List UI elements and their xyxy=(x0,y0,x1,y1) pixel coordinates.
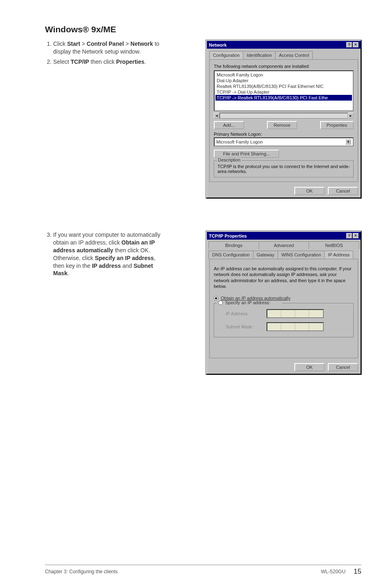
add-button[interactable]: Add... xyxy=(214,121,244,129)
close-icon[interactable]: × xyxy=(353,233,359,238)
list-item-selected[interactable]: TCP/IP -> Realtek RTL8139(A/B/C/8130) PC… xyxy=(215,95,352,101)
network-titlebar: Network ? × xyxy=(207,41,361,49)
installed-label: The following network components are ins… xyxy=(214,64,354,69)
steps-list-2: If you want your computer to automatical… xyxy=(45,231,168,277)
components-listbox[interactable]: Microsoft Family Logon Dial-Up Adapter R… xyxy=(214,70,354,111)
description-text: TCP/IP is the protocol you use to connec… xyxy=(217,164,350,174)
primary-logon-dropdown[interactable]: Microsoft Family Logon ▼ xyxy=(214,137,354,146)
tab-bindings[interactable]: Bindings xyxy=(208,241,259,249)
subnet-mask-label: Subnet Mask: xyxy=(226,324,262,329)
footer-chapter: Chapter 3: Configuring the clients xyxy=(45,569,118,575)
properties-button[interactable]: Properties xyxy=(320,121,354,129)
tab-advanced[interactable]: Advanced xyxy=(259,241,309,249)
tcpip-titlebar: TCP/IP Properties ? × xyxy=(207,232,361,240)
step-1: Click Start > Control Panel > Network to… xyxy=(53,40,168,56)
cancel-button[interactable]: Cancel xyxy=(328,363,358,371)
help-icon[interactable]: ? xyxy=(346,42,352,47)
page-heading: Windows® 9x/ME xyxy=(45,25,361,34)
page-footer: Chapter 3: Configuring the clients WL-52… xyxy=(45,565,361,576)
ok-button[interactable]: OK xyxy=(294,187,325,195)
list-item[interactable]: Realtek RTL8139(A/B/C/8130) PCI Fast Eth… xyxy=(215,83,352,89)
chevron-down-icon[interactable]: ▼ xyxy=(345,139,351,145)
ip-address-label: IP Address: xyxy=(226,311,262,316)
list-item[interactable]: Dial-Up Adapter xyxy=(215,78,352,83)
footer-page-number: 15 xyxy=(354,568,361,576)
description-label: Description xyxy=(217,157,242,162)
file-print-sharing-button[interactable]: File and Print Sharing... xyxy=(214,150,279,158)
tcpip-title: TCP/IP Properties xyxy=(209,233,247,238)
radio-specify[interactable]: Specify an IP address: xyxy=(217,300,282,305)
tab-identification[interactable]: Identification xyxy=(243,51,276,59)
list-item[interactable]: Microsoft Family Logon xyxy=(215,72,352,78)
help-icon[interactable]: ? xyxy=(346,233,352,238)
remove-button[interactable]: Remove xyxy=(267,121,297,129)
tab-access-control[interactable]: Access Control xyxy=(275,51,313,59)
network-title: Network xyxy=(209,43,226,47)
radio-icon xyxy=(214,296,218,301)
tab-wins[interactable]: WINS Configuration xyxy=(278,251,325,259)
radio-specify-label: Specify an IP address: xyxy=(225,300,270,305)
step-2: Select TCP/IP then click Properties. xyxy=(53,58,168,66)
ok-button[interactable]: OK xyxy=(294,363,325,371)
h-scrollbar[interactable]: ◄ ► xyxy=(214,113,354,119)
close-icon[interactable]: × xyxy=(353,42,359,47)
tcpip-dialog: TCP/IP Properties ? × Bindings Advanced … xyxy=(206,231,361,375)
primary-logon-label: Primary Network Logon: xyxy=(214,132,354,137)
tab-configuration[interactable]: Configuration xyxy=(209,51,243,59)
scroll-right-icon[interactable]: ► xyxy=(348,113,354,119)
footer-model: WL-520GU xyxy=(321,569,345,575)
ip-address-input[interactable] xyxy=(267,309,324,318)
radio-icon xyxy=(218,301,223,305)
specify-group: Specify an IP address: IP Address: Subne… xyxy=(214,303,354,337)
tab-dns[interactable]: DNS Configuration xyxy=(208,251,253,259)
tab-ip-address[interactable]: IP Address xyxy=(324,251,353,259)
tab-gateway[interactable]: Gateway xyxy=(253,251,278,259)
ip-info-text: An IP address can be automatically assig… xyxy=(214,266,354,289)
tab-netbios[interactable]: NetBIOS xyxy=(309,241,359,249)
scroll-left-icon[interactable]: ◄ xyxy=(214,113,220,119)
cancel-button[interactable]: Cancel xyxy=(328,187,358,195)
primary-logon-value: Microsoft Family Logon xyxy=(216,139,263,144)
list-item[interactable]: TCP/IP -> Dial-Up Adapter xyxy=(215,89,352,95)
subnet-mask-input[interactable] xyxy=(267,322,324,331)
steps-list-1: Click Start > Control Panel > Network to… xyxy=(45,40,168,66)
network-dialog: Network ? × Configuration Identification… xyxy=(206,40,361,198)
step-3: If you want your computer to automatical… xyxy=(53,231,168,277)
